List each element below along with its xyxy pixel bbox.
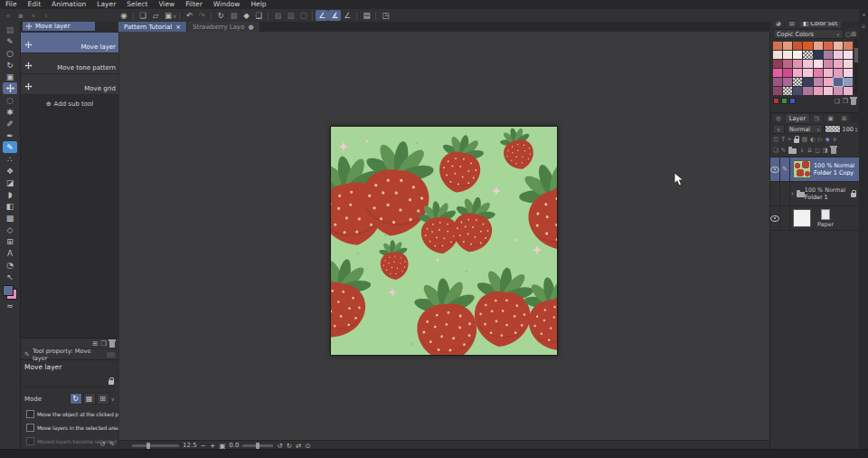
- fill-tool[interactable]: ◧: [3, 200, 17, 212]
- tool-property-mini-tab[interactable]: [107, 352, 115, 358]
- layer-palette-color-button[interactable]: ∨: [772, 124, 785, 134]
- import-color-icon[interactable]: ❏: [834, 98, 839, 105]
- color-swatch-14[interactable]: [834, 51, 843, 59]
- menu-item-edit[interactable]: Edit: [23, 0, 47, 9]
- color-swatch-47[interactable]: [844, 87, 853, 95]
- delete-subtool-icon[interactable]: [109, 341, 115, 348]
- selection-add-icon[interactable]: ▨: [284, 10, 297, 21]
- menu-item-filter[interactable]: Filter: [180, 0, 208, 9]
- color-swatch-43[interactable]: [803, 87, 812, 95]
- color-swatch-11[interactable]: [803, 51, 812, 59]
- chevron-down-icon[interactable]: ∨: [173, 13, 176, 19]
- sub-tool-group-tab[interactable]: Move layer: [23, 22, 95, 31]
- color-swatch-44[interactable]: [814, 87, 823, 95]
- layer-row-0[interactable]: ✎100 % NormalFolder 1 Copy: [770, 157, 859, 182]
- layer-row-2[interactable]: Paper: [770, 206, 859, 231]
- tool-dock-toggle-icon[interactable]: ▤: [3, 24, 17, 35]
- layer-search-tab-icon[interactable]: ◳: [810, 114, 823, 122]
- auto-select-tool[interactable]: ✱: [3, 106, 17, 118]
- color-swatch-39[interactable]: [844, 78, 853, 86]
- color-swatch-20[interactable]: [814, 60, 823, 68]
- color-swatch-34[interactable]: [793, 78, 802, 86]
- color-swatch-2[interactable]: [793, 42, 802, 50]
- redo-icon[interactable]: ↷: [195, 10, 208, 21]
- text-tool[interactable]: A: [3, 247, 17, 259]
- rotate-canvas-tool[interactable]: ↻: [3, 59, 17, 71]
- edit-cell[interactable]: ✎: [780, 157, 790, 181]
- gradient-tool[interactable]: ▩: [3, 212, 17, 224]
- selection-tool[interactable]: ◌: [3, 94, 17, 106]
- menu-item-view[interactable]: View: [153, 0, 180, 9]
- close-icon[interactable]: ×: [175, 24, 181, 31]
- layer-thumbnail-icon[interactable]: ◫: [773, 136, 778, 143]
- undo-icon[interactable]: ↶: [183, 10, 195, 21]
- dock-collapse-left2-icon[interactable]: «: [27, 10, 40, 21]
- set-as-reference-icon[interactable]: ▷: [818, 136, 823, 143]
- color-swatch-26[interactable]: [793, 69, 802, 77]
- layer-color-caret[interactable]: ∨: [833, 136, 837, 143]
- app-logo-icon[interactable]: ◉: [118, 10, 130, 21]
- color-history-chip-0[interactable]: [773, 98, 779, 104]
- operation-tool[interactable]: ▣: [3, 71, 17, 82]
- color-swatch-5[interactable]: [824, 42, 833, 50]
- color-swatch-25[interactable]: [783, 69, 792, 77]
- create-mask-icon[interactable]: ◻: [815, 147, 819, 154]
- layer-add-tab-icon[interactable]: ⊞: [838, 114, 851, 122]
- clear-icon[interactable]: ↻: [214, 10, 227, 21]
- rotation-slider[interactable]: [242, 444, 273, 447]
- layer-lock-icon[interactable]: [794, 138, 799, 143]
- color-swatch-31[interactable]: [844, 69, 853, 77]
- sub-tool-item-1[interactable]: Move tone pattern: [21, 53, 118, 74]
- checkbox[interactable]: [26, 410, 34, 418]
- delete-layer-icon[interactable]: [831, 148, 836, 154]
- lock-transparent-icon[interactable]: ▨: [802, 136, 807, 143]
- selection-new-icon[interactable]: ▧: [271, 10, 284, 21]
- eyedropper-tool[interactable]: ✐: [3, 118, 17, 129]
- eye-icon[interactable]: [770, 167, 779, 173]
- menu-item-layer[interactable]: Layer: [91, 0, 121, 9]
- blend-tool[interactable]: ◗: [3, 188, 17, 200]
- color-swatch-33[interactable]: [783, 78, 792, 86]
- color-set-dropdown[interactable]: Copic Colors ∨: [773, 29, 844, 39]
- airbrush-tool[interactable]: ∴: [3, 153, 17, 165]
- color-swatch-6[interactable]: [834, 42, 843, 50]
- color-swatch-21[interactable]: [824, 60, 833, 68]
- balloon-tool[interactable]: ◔: [3, 259, 17, 271]
- snap-special-ruler-icon[interactable]: ∡: [328, 10, 341, 21]
- layer-text-icon[interactable]: T: [781, 136, 785, 143]
- menu-item-animation[interactable]: Animation: [46, 0, 91, 9]
- color-swatch-28[interactable]: [814, 69, 823, 77]
- color-swatch-7[interactable]: [844, 42, 853, 50]
- color-swatch-3[interactable]: [803, 42, 812, 50]
- color-swatch-0[interactable]: [773, 42, 782, 50]
- fill-icon[interactable]: ▦: [227, 10, 240, 21]
- new-canvas-icon[interactable]: ❏: [137, 10, 149, 21]
- wrench-icon[interactable]: ✎: [109, 440, 115, 448]
- color-swatch-10[interactable]: [793, 51, 802, 59]
- lock-icon[interactable]: [108, 380, 114, 385]
- convert-layer-icon[interactable]: ◆: [240, 10, 252, 21]
- color-swatch-15[interactable]: [844, 51, 853, 59]
- material-wave-icon[interactable]: ≈: [3, 300, 17, 311]
- color-swatch-32[interactable]: [773, 78, 782, 86]
- edit-cell[interactable]: [780, 206, 790, 230]
- color-swatch-16[interactable]: [773, 60, 782, 68]
- canvas-tab-0[interactable]: Pattern Tutorial×: [118, 22, 186, 32]
- color-swatch-46[interactable]: [834, 87, 843, 95]
- menu-item-file[interactable]: File: [0, 0, 23, 9]
- reset-defaults-icon[interactable]: ↺: [99, 440, 105, 448]
- color-chips[interactable]: [3, 285, 17, 300]
- color-swatch-8[interactable]: [773, 51, 782, 59]
- expand-arrow-icon[interactable]: ›: [791, 190, 794, 197]
- menu-item-help[interactable]: Help: [245, 0, 271, 9]
- color-swatch-12[interactable]: [814, 51, 823, 59]
- color-swatch-45[interactable]: [824, 87, 833, 95]
- sub-tool-item-0[interactable]: Move layer: [21, 33, 118, 53]
- mode-move-layer-button[interactable]: ↻: [70, 393, 82, 405]
- tab-layer[interactable]: Layer: [786, 114, 809, 122]
- enable-mask-icon[interactable]: ◐: [810, 136, 816, 143]
- color-swatch-30[interactable]: [834, 69, 843, 77]
- color-swatch-40[interactable]: [773, 87, 782, 95]
- frame-border-tool[interactable]: ⊞: [3, 235, 17, 247]
- color-swatch-1[interactable]: [783, 42, 792, 50]
